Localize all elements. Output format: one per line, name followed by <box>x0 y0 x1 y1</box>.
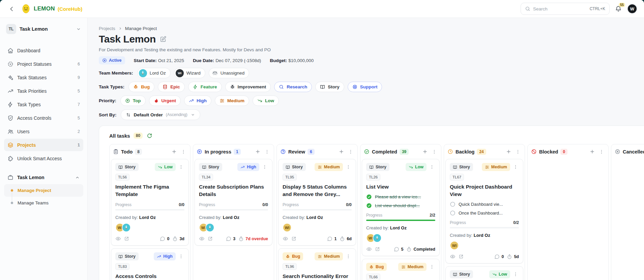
priority-chip-medium[interactable]: Medium <box>215 95 249 106</box>
task-type-chip-bug[interactable]: Bug <box>128 82 154 92</box>
checklist-item[interactable]: Once the Dashboard... <box>450 210 519 216</box>
task-type-label: Research <box>287 84 307 89</box>
add-task-button[interactable] <box>254 148 261 155</box>
sidebar-subitem-manage-teams[interactable]: Manage Teams <box>4 197 83 209</box>
card-menu-button[interactable] <box>261 164 268 170</box>
sidebar-subitem-manage-project[interactable]: Manage Project <box>4 184 83 197</box>
board-column-blocked: Blocked 0 <box>527 144 609 280</box>
book-icon <box>453 165 457 169</box>
search-box[interactable]: CTRL+K <box>521 3 610 15</box>
priority-chip-label: Medium <box>227 98 244 103</box>
task-card-tl66[interactable]: Bug Medium TL66Organization name in the <box>362 259 440 280</box>
sidebar-item-unlock-smart-access[interactable]: Unlock Smart Access <box>4 152 83 165</box>
task-card-tl56[interactable]: Story Low TL56Implement The Figma Templa… <box>111 159 189 246</box>
add-task-button[interactable] <box>589 148 596 155</box>
card-tag-row: Story Medium <box>450 163 519 171</box>
priority-chip-high[interactable]: High <box>184 95 211 106</box>
task-card-tl95[interactable]: Story Medium TL95Display 5 Status Column… <box>278 159 356 246</box>
comments-stat: 3 <box>226 236 235 242</box>
priority-chip-low[interactable]: Low <box>253 95 279 106</box>
task-type-label: Support <box>360 84 378 89</box>
project-switcher[interactable]: TL Task Lemon <box>4 23 83 35</box>
add-task-button[interactable] <box>421 148 429 155</box>
task-type-chip-epic[interactable]: Epic <box>158 82 185 92</box>
sidebar-item-task-types[interactable]: Task Types 7 <box>4 98 83 111</box>
column-menu-button[interactable] <box>598 148 605 155</box>
card-menu-button[interactable] <box>345 164 352 170</box>
sidebar-item-task-statuses[interactable]: Task Statuses 9 <box>4 71 83 84</box>
view-task-button[interactable] <box>115 236 121 242</box>
open-task-button[interactable] <box>375 247 380 252</box>
timer-icon <box>507 254 512 259</box>
sidebar-section-header[interactable]: Task Lemon <box>4 171 83 184</box>
column-menu-button[interactable] <box>515 148 521 155</box>
task-card-tl26[interactable]: Story Low TL26List View Please add a vie… <box>362 159 440 256</box>
users-icon <box>7 129 13 135</box>
task-type-label: Bug <box>141 84 150 89</box>
open-task-button[interactable] <box>459 254 464 259</box>
column-menu-button[interactable] <box>264 148 270 155</box>
add-task-button[interactable] <box>171 148 178 155</box>
team-member-chip-wizard[interactable]: WIWizard <box>174 68 205 78</box>
open-task-button[interactable] <box>208 236 213 241</box>
message-icon <box>160 236 165 242</box>
task-card-tl83[interactable]: Story High TL83Access Controls Permissio… <box>111 248 189 280</box>
card-menu-button[interactable] <box>429 263 435 270</box>
checklist-item[interactable]: Please add a view ico... <box>366 194 435 200</box>
sidebar-item-project-statuses[interactable]: Project Statuses 6 <box>4 58 83 70</box>
main-content: Projects Manage Project Task Lemon For D… <box>88 18 644 280</box>
column-header: Blocked 0 <box>528 144 608 158</box>
task-type-chip-support[interactable]: Support <box>348 82 382 92</box>
task-type-chip-story[interactable]: Story <box>315 82 344 92</box>
sidebar-subitem-label: Manage Project <box>18 188 51 193</box>
team-member-chip-lord-oz[interactable]: Lord Oz <box>137 68 171 78</box>
view-task-button[interactable] <box>450 254 456 259</box>
card-menu-button[interactable] <box>178 253 184 260</box>
task-type-chip-research[interactable]: Research <box>274 82 312 92</box>
open-task-button[interactable] <box>124 236 129 241</box>
card-menu-button[interactable] <box>512 271 519 278</box>
card-menu-button[interactable] <box>429 164 435 170</box>
sidebar-item-dashboard[interactable]: Dashboard <box>4 44 83 57</box>
sort-dropdown[interactable]: Default Order (Ascending) <box>121 109 200 120</box>
avatar-lord-oz <box>373 233 382 243</box>
view-task-button[interactable] <box>366 246 372 252</box>
checklist-item[interactable]: Quick Dashboard vie... <box>450 201 519 207</box>
team-member-chip-unassigned[interactable]: Unassigned <box>209 68 249 78</box>
refresh-button[interactable] <box>147 133 152 139</box>
column-menu-button[interactable] <box>180 148 187 155</box>
sidebar-item-task-priorities[interactable]: Task Priorities 5 <box>4 85 83 97</box>
view-task-button[interactable] <box>283 236 288 242</box>
add-task-button[interactable] <box>338 148 345 155</box>
checklist-item[interactable]: List view should displ... <box>366 203 435 208</box>
column-menu-button[interactable] <box>431 148 438 155</box>
sidebar-item-users[interactable]: Users 2 <box>4 125 83 138</box>
open-task-button[interactable] <box>291 236 296 241</box>
external-icon <box>124 236 129 241</box>
task-type-chip-feature[interactable]: Feature <box>188 82 222 92</box>
add-task-button[interactable] <box>505 148 512 155</box>
task-card-tl67[interactable]: Story Medium TL67Quick Project Dashboard… <box>445 159 523 263</box>
task-type-chip-improvement[interactable]: Improvement <box>225 82 271 92</box>
edit-title-button[interactable] <box>160 36 167 43</box>
priority-chip-top[interactable]: Top <box>120 95 146 106</box>
view-task-button[interactable] <box>199 236 205 242</box>
card-menu-button[interactable] <box>345 253 352 260</box>
search-input[interactable] <box>533 6 587 11</box>
column-menu-button[interactable] <box>347 148 354 155</box>
card-menu-button[interactable] <box>178 164 184 170</box>
column-count-badge: 39 <box>400 149 409 155</box>
sidebar-item-access-controls[interactable]: Access Controls 5 <box>4 112 83 124</box>
task-card-tl96[interactable]: Bug Medium TL96Search Functionality Erro… <box>278 248 356 280</box>
task-card-tl34[interactable]: Story High TL34Create Subscription Plans… <box>195 159 272 246</box>
sidebar-item-projects[interactable]: Projects 1 <box>4 139 83 151</box>
created-by: Created by: Lord Oz <box>199 215 268 220</box>
card-menu-button[interactable] <box>512 164 519 170</box>
task-card-tl87[interactable]: Story Low TL87 <box>445 266 523 280</box>
user-avatar[interactable]: W <box>627 4 637 14</box>
back-button[interactable] <box>7 4 16 13</box>
sliders-icon <box>485 165 489 169</box>
breadcrumb-projects[interactable]: Projects <box>99 26 115 31</box>
priority-chip-urgent[interactable]: Urgent <box>149 95 181 106</box>
team-members-row: Team Members: Lord OzWIWizardUnassigned <box>99 68 644 78</box>
